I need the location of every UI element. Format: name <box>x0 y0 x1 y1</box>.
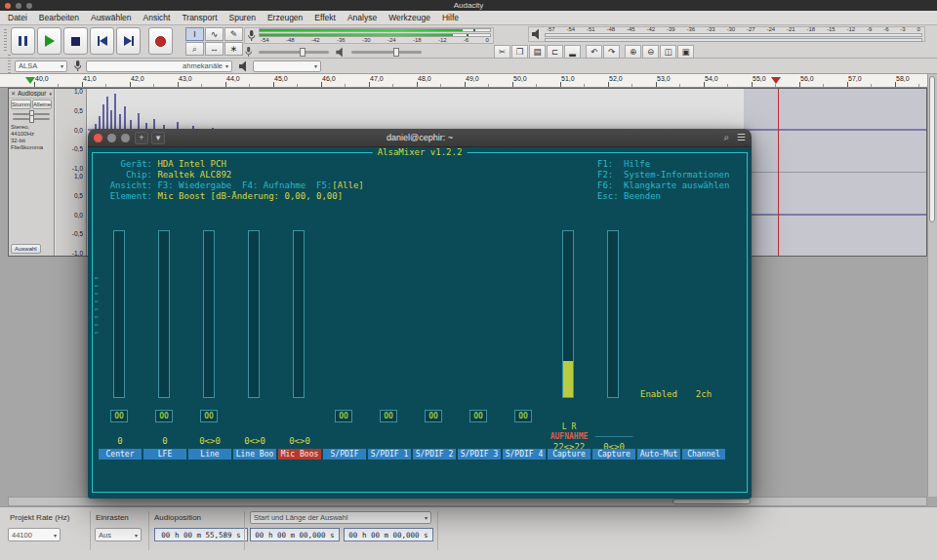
mute-button[interactable]: Stumm <box>11 100 31 109</box>
redo-button[interactable]: ↷ <box>603 45 620 59</box>
recording-meter[interactable]: -54-48-42-36-30-24-18-12-60 <box>244 27 494 44</box>
track-select-button[interactable]: Auswahl <box>11 244 41 254</box>
project-rate-combo[interactable]: 44100 ▾ <box>8 528 61 541</box>
track-close-icon[interactable]: ✕ <box>11 90 16 97</box>
menu-item-auswählen[interactable]: Auswählen <box>85 11 138 24</box>
timeline-minor-tick <box>345 84 346 87</box>
meter-scale-number: -18 <box>807 26 816 33</box>
zoom-selection-button[interactable]: ◫ <box>660 45 676 59</box>
menu-item-transport[interactable]: Transport <box>176 11 223 24</box>
audio-host-combo[interactable]: ALSA ▾ <box>15 60 67 72</box>
terminal-title: daniel@cephir: ~ <box>88 133 752 142</box>
silence-audio-button[interactable]: ▂ <box>564 45 581 59</box>
selection-tool-icon: I <box>193 29 196 39</box>
pan-slider[interactable] <box>13 118 50 120</box>
play-position-marker[interactable] <box>25 77 35 84</box>
skip-to-end-button[interactable] <box>116 27 141 55</box>
undo-icon: ↶ <box>591 47 597 57</box>
zoom-fit-button[interactable]: ▣ <box>677 45 694 59</box>
vertical-scrollbar[interactable] <box>927 74 937 497</box>
tab-chevron-button[interactable]: ▾ <box>151 132 165 144</box>
channel-enum-value: 2ch <box>676 389 731 399</box>
meter-scale-number: -45 <box>627 26 635 33</box>
playback-meter[interactable]: -57-54-51-48-45-42-39-36-33-30-27-24-21-… <box>528 26 925 42</box>
audio-position-field[interactable]: 00 h 00 m 55,589 s <box>154 528 248 541</box>
vertical-ruler-channel[interactable]: 1,00,50,0-0,5-1,0 <box>56 174 86 257</box>
cut-button[interactable]: ✂ <box>494 45 510 59</box>
snap-combo[interactable]: Aus ▾ <box>95 528 142 541</box>
undo-button[interactable]: ↶ <box>586 45 602 59</box>
timeline-minor-tick <box>584 84 585 87</box>
mute-switch: OO <box>335 410 352 422</box>
terminal-maximize-button[interactable] <box>121 134 130 142</box>
menu-item-hilfe[interactable]: Hilfe <box>436 11 465 24</box>
toolbar-grip[interactable] <box>4 29 7 53</box>
menu-item-ansicht[interactable]: Ansicht <box>138 11 177 24</box>
zoom-selection-icon: ◫ <box>664 47 672 57</box>
new-tab-button[interactable]: + <box>135 132 148 144</box>
terminal-minimize-button[interactable] <box>107 134 116 142</box>
menu-item-analyse[interactable]: Analyse <box>342 11 383 24</box>
timeshift-tool-button[interactable]: ↔ <box>205 42 224 56</box>
menu-item-effekt[interactable]: Effekt <box>308 11 342 24</box>
copy-icon: ❐ <box>516 47 524 57</box>
speaker-icon <box>531 28 542 40</box>
selection-length-field[interactable]: 00 h 00 m 00,000 s <box>344 528 433 541</box>
channel-label: Mic Boos <box>278 449 321 460</box>
track-name[interactable]: Audiospur <box>18 90 47 97</box>
menu-icon[interactable]: ☰ <box>737 132 746 143</box>
horizontal-scrollbar-thumb[interactable] <box>672 499 751 504</box>
timeline-tick <box>895 82 896 87</box>
timeline-minor-tick <box>775 84 776 87</box>
menu-item-bearbeiten[interactable]: Bearbeiten <box>33 11 85 24</box>
menu-item-datei[interactable]: Datei <box>2 11 33 24</box>
search-icon[interactable]: ⌕ <box>723 132 729 143</box>
menu-item-spuren[interactable]: Spuren <box>224 11 262 24</box>
recording-volume-slider[interactable] <box>259 51 329 54</box>
cursor-marker[interactable] <box>771 77 781 84</box>
play-button[interactable] <box>37 27 61 55</box>
timeline-label: 50,0 <box>513 75 527 82</box>
stop-button[interactable] <box>63 27 88 55</box>
zoom-tool-button[interactable]: ⌕ <box>185 42 204 56</box>
mic-icon <box>244 47 253 58</box>
draw-tool-button[interactable]: ✎ <box>224 27 243 41</box>
playback-volume-slider[interactable] <box>351 51 422 54</box>
trim-audio-button[interactable]: ⊏ <box>547 45 563 59</box>
meter-scale-number: -57 <box>547 26 555 33</box>
selection-start-field[interactable]: 00 h 00 m 00,000 s <box>250 528 340 541</box>
channel-label: Channel <box>682 449 725 460</box>
playback-device-combo[interactable]: ▾ <box>253 60 321 72</box>
terminal-window[interactable]: + ▾ daniel@cephir: ~ ⌕ ☰ AlsaMixer v1.2.… <box>88 129 752 499</box>
skip-to-start-button[interactable] <box>90 27 114 55</box>
alsamixer-screen[interactable]: AlsaMixer v1.2.2 Gerät: HDA Intel PCHChi… <box>88 147 752 499</box>
snap-label: Einrasten <box>96 513 129 522</box>
zoom-out-button[interactable]: ⊖ <box>642 45 659 59</box>
zoom-in-button[interactable]: ⊕ <box>625 45 641 59</box>
record-button[interactable] <box>148 27 173 55</box>
pause-button[interactable] <box>11 27 35 55</box>
speaker-icon <box>335 47 346 58</box>
terminal-titlebar[interactable]: + ▾ daniel@cephir: ~ ⌕ ☰ <box>88 129 752 147</box>
solo-button[interactable]: Alleine <box>32 100 52 109</box>
timeline-ruler[interactable]: 40,041,042,043,044,045,046,047,048,049,0… <box>0 74 937 88</box>
multi-tool-button[interactable]: ∗ <box>224 42 243 56</box>
meter-scale-number: -18 <box>413 37 422 44</box>
timeline-tick <box>704 82 705 87</box>
copy-button[interactable]: ❐ <box>511 45 528 59</box>
timeline-label: 57,0 <box>848 75 862 82</box>
menu-item-erzeugen[interactable]: Erzeugen <box>262 11 308 24</box>
selection-tool-button[interactable]: I <box>185 27 204 41</box>
paste-button[interactable]: ▤ <box>529 45 546 59</box>
alsamixer-help-line: F6: Klangkarte auswählen <box>597 180 729 191</box>
vertical-ruler-channel[interactable]: 1,00,50,0-0,5-1,0 <box>56 89 86 172</box>
vertical-scrollbar-thumb[interactable] <box>929 76 935 222</box>
selection-format-combo[interactable]: Start und Länge der Auswahl ▾ <box>250 511 431 524</box>
menu-item-werkzeuge[interactable]: Werkzeuge <box>383 11 436 24</box>
envelope-tool-button[interactable]: ∿ <box>205 27 224 41</box>
recording-channels-combo[interactable]: ahmekanäle ▾ <box>86 60 232 72</box>
track-control-panel: ✕ Audiospur ▾ Stumm Alleine Stereo, 4410… <box>9 89 55 256</box>
vertical-ruler[interactable]: 1,00,50,0-0,5-1,0 1,00,50,0-0,5-1,0 <box>56 89 87 256</box>
track-menu-chevron-icon[interactable]: ▾ <box>49 91 52 97</box>
terminal-close-button[interactable] <box>94 134 102 142</box>
